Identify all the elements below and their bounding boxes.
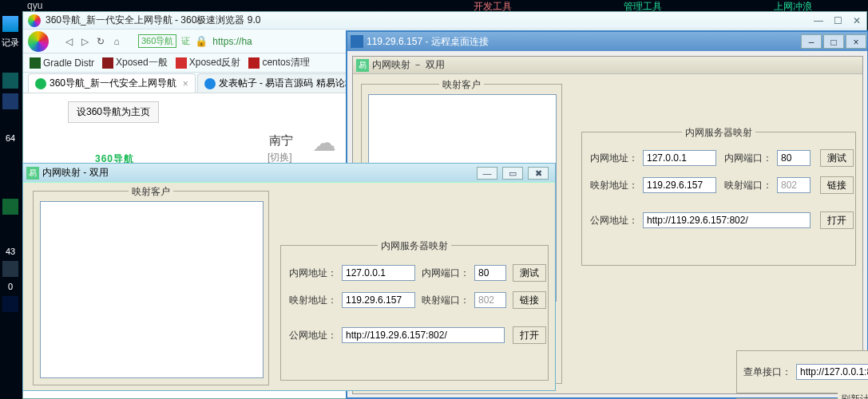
weather-icon: ☁ [312,128,336,156]
e-lang-icon: 易 [26,167,39,180]
e-lang-icon: 易 [356,59,369,72]
label-intranet-addr: 内网地址： [289,267,337,280]
left-dock: 记录 64 43 0 [0,11,21,317]
label-map-port: 映射端口： [422,294,470,307]
forward-button[interactable]: ▷ [79,36,90,47]
city-label[interactable]: 南宁 [269,133,293,148]
input-intranet-port[interactable] [777,150,811,166]
minimize-button[interactable]: — [477,167,497,180]
dock-icon[interactable] [2,93,18,109]
browser-favicon [28,14,41,27]
client-listbox[interactable] [40,201,264,378]
bookmark-item[interactable]: centos清理 [248,56,309,69]
dock-icon[interactable] [2,261,18,277]
groupbox-legend: 映射客户 [439,78,484,92]
input-query-port[interactable] [796,364,868,380]
input-map-port[interactable] [777,177,811,193]
reload-button[interactable]: ↻ [95,36,106,47]
rdp-titlebar[interactable]: 119.29.6.157 - 远程桌面连接 – □ × [347,32,867,51]
query-groupbox: 查单接口： [736,350,868,393]
label-intranet-port: 内网端口： [422,267,470,280]
input-intranet-addr[interactable] [643,150,716,166]
set-home-button[interactable]: 设360导航为主页 [68,101,159,123]
dock-icon[interactable] [2,16,18,32]
server-groupbox: 内网服务器映射 内网地址： 内网端口： 测试 映射地址： 映射端口： 链接 公网… [280,245,549,381]
remote-app-title: 内网映射 － 双用 [372,58,445,72]
input-public-addr[interactable] [342,327,505,343]
label-query-port: 查单接口： [743,365,791,379]
tab-label: 360导航_新一代安全上网导航 [50,77,176,90]
open-button[interactable]: 打开 [513,326,546,344]
label-intranet-addr: 内网地址： [590,152,638,165]
bookmark-item[interactable]: Xposed一般 [102,56,168,69]
browser-title-text: 360导航_新一代安全上网导航 - 360极速浏览器 9.0 [46,14,809,27]
maximize-button[interactable]: □ [823,34,844,49]
home-button[interactable]: ⌂ [111,36,122,47]
tab-close-icon[interactable]: × [183,78,188,89]
rdp-title-text: 119.29.6.157 - 远程桌面连接 [367,35,489,49]
rdp-icon [351,35,363,48]
groupbox-legend: 映射客户 [129,185,173,199]
label-map-addr: 映射地址： [289,294,337,307]
test-button[interactable]: 测试 [513,264,546,282]
tab-active[interactable]: 360导航_新一代安全上网导航 × [28,73,196,93]
close-button[interactable]: ✕ [847,15,866,26]
browser-titlebar[interactable]: 360导航_新一代安全上网导航 - 360极速浏览器 9.0 — ☐ ✕ [23,12,866,30]
tab-favicon [204,78,216,89]
input-map-port[interactable] [474,292,506,308]
tab-label: 发表帖子 - 易语言源码 精易论坛 [219,77,355,90]
label-public-addr: 公网地址： [590,214,638,227]
browser-logo-icon[interactable] [28,31,49,52]
maximize-button[interactable]: ▭ [502,167,523,180]
link-button[interactable]: 链接 [820,176,854,194]
url-site-tag: 360导航 [138,34,176,48]
local-app-title: 内网映射 - 双用 [42,166,109,180]
remote-app-titlebar[interactable]: 易 内网映射 － 双用 [353,57,862,74]
local-app-window: 易 内网映射 - 双用 — ▭ ✖ 映射客户 内网服务器映射 内网地址： 内网端… [22,163,556,391]
dock-icon[interactable] [2,296,18,312]
bookmark-item[interactable]: Xposed反射 [176,56,241,69]
label-map-port: 映射端口： [724,179,772,192]
url-text[interactable]: https://ha [212,36,252,47]
url-cert-badge: 证 [181,35,190,47]
input-map-addr[interactable] [342,292,415,308]
dock-label-record: 记录 [0,37,21,49]
open-button[interactable]: 打开 [820,211,854,229]
dock-num: 0 [0,282,21,291]
label-intranet-port: 内网端口： [724,152,772,165]
groupbox-legend: 内网服务器映射 [378,239,451,253]
link-button[interactable]: 链接 [513,291,546,309]
close-button[interactable]: × [846,34,866,49]
close-button[interactable]: ✖ [528,167,549,180]
test-button[interactable]: 测试 [820,149,854,167]
groupbox-legend: 刷新计时 [838,393,868,399]
tab-favicon [35,78,46,89]
minimize-button[interactable]: – [801,34,822,49]
lock-icon: 🔒 [195,35,208,47]
input-map-addr[interactable] [643,177,716,193]
back-button[interactable]: ◁ [63,36,74,47]
input-intranet-addr[interactable] [342,265,415,281]
dock-num: 43 [0,247,21,256]
tab-inactive[interactable]: 发表帖子 - 易语言源码 精易论坛 [197,73,362,93]
client-groupbox: 映射客户 [33,191,269,385]
local-app-titlebar[interactable]: 易 内网映射 - 双用 — ▭ ✖ [23,164,555,183]
server-groupbox: 内网服务器映射 内网地址： 内网端口： 测试 映射地址： 映射端口： [581,132,856,266]
input-public-addr[interactable] [643,212,811,228]
label-map-addr: 映射地址： [590,179,638,192]
dock-icon[interactable] [2,73,18,89]
label-public-addr: 公网地址： [289,329,337,342]
minimize-button[interactable]: — [809,15,828,26]
groupbox-legend: 内网服务器映射 [682,126,755,140]
maximize-button[interactable]: ☐ [828,15,847,26]
bookmark-item[interactable]: Gradle Distr [30,57,94,69]
dock-num: 64 [0,133,21,143]
input-intranet-port[interactable] [474,265,506,281]
dock-icon[interactable] [2,199,18,215]
